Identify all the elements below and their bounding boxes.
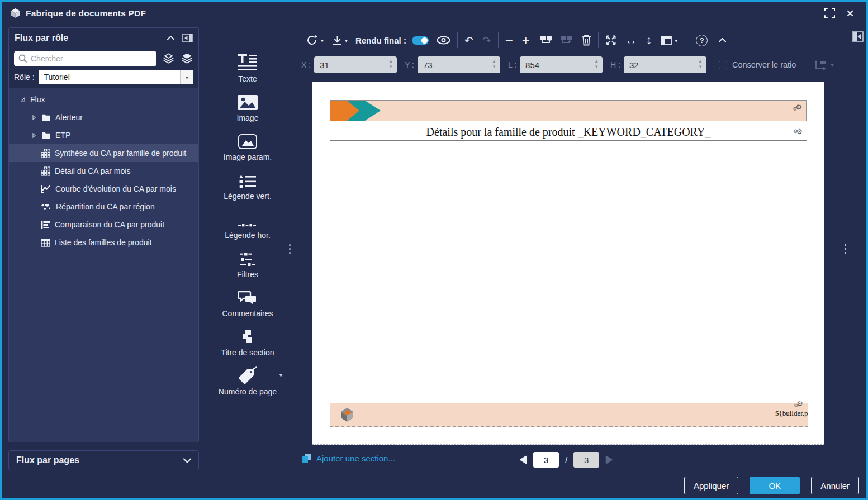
legend-vertical-icon <box>239 175 256 188</box>
tool-titre-de-section[interactable]: Titre de section <box>203 318 292 357</box>
page-header-band[interactable]: ⚙⚙ <box>330 100 807 121</box>
undo-icon[interactable]: ↶ <box>464 34 473 47</box>
splitter-handle[interactable] <box>289 244 291 254</box>
role-select[interactable]: Tutoriel ▾ <box>39 70 193 84</box>
apply-button[interactable]: Appliquer <box>684 477 738 494</box>
tool-image[interactable]: Image <box>203 83 292 122</box>
page-title-band[interactable]: Détails pour la famille de produit _KEYW… <box>330 123 807 141</box>
tree-folder-etp[interactable]: ETP <box>9 126 198 144</box>
tree-node-label: Courbe d'évolution du CA par mois <box>55 184 176 193</box>
tool-texte[interactable]: Texte <box>203 44 292 83</box>
tool-filtres[interactable]: Filtres <box>203 240 292 279</box>
x-spinner[interactable]: ▲▼ <box>388 59 393 69</box>
tool-numero-de-page[interactable]: ▾ Numéro de page <box>203 357 292 396</box>
flux-par-role-panel: Flux par rôle Rôle : <box>8 27 199 442</box>
app-logo-cube-icon <box>10 8 21 18</box>
document-page[interactable]: ⚙⚙ Détails pour la famille de produit _K… <box>312 82 824 445</box>
preview-eye-icon[interactable] <box>437 36 450 45</box>
tool-label: Légende hor. <box>225 231 271 240</box>
table-icon <box>41 239 50 247</box>
move-element-icon[interactable] <box>814 60 828 70</box>
columns-dropdown-caret[interactable]: ▾ <box>675 37 677 44</box>
current-page-input[interactable] <box>533 452 559 468</box>
collapsed-caret-icon[interactable] <box>31 115 37 120</box>
collapse-chevron-up-icon[interactable] <box>167 36 174 40</box>
search-input[interactable] <box>14 51 156 66</box>
collapse-all-icon[interactable] <box>162 53 175 64</box>
page-footer-band[interactable]: ${builder.pa ⚙⚙ <box>330 403 808 427</box>
close-button[interactable]: × <box>842 6 858 21</box>
x-input[interactable] <box>314 56 397 73</box>
download-dropdown-caret[interactable]: ▾ <box>345 37 348 44</box>
previous-page-arrow-icon[interactable] <box>519 455 527 464</box>
chevron-down-icon[interactable]: ▾ <box>279 372 282 378</box>
trash-icon[interactable] <box>581 35 591 46</box>
refresh-dropdown-caret[interactable]: ▾ <box>321 37 324 44</box>
rendu-final-toggle[interactable] <box>412 36 429 45</box>
tool-legende-hor[interactable]: Légende hor. <box>203 201 292 240</box>
folder-icon <box>41 113 51 121</box>
fullscreen-button[interactable] <box>822 6 837 21</box>
page-body-area[interactable] <box>330 145 807 397</box>
width-spinner[interactable]: ▲▼ <box>594 59 599 69</box>
window-title: Fabrique de documents PDF <box>26 8 146 18</box>
expand-panel-right-icon[interactable] <box>852 31 864 42</box>
zoom-out-icon[interactable]: − <box>505 32 513 48</box>
ok-button[interactable]: OK <box>750 477 800 494</box>
fit-width-icon[interactable]: ↔ <box>625 34 637 47</box>
send-to-back-icon[interactable] <box>560 35 572 45</box>
tree-item-courbe-evolution[interactable]: Courbe d'évolution du CA par mois <box>9 180 198 198</box>
zoom-in-icon[interactable]: + <box>522 32 530 48</box>
element-settings-gear-icon[interactable]: ⚙⚙ <box>796 125 803 136</box>
cancel-button[interactable]: Annuler <box>811 477 859 494</box>
next-page-arrow-icon[interactable] <box>605 455 613 464</box>
role-label: Rôle : <box>14 73 35 82</box>
tree-item-comparaison-produit[interactable]: Comparaison du CA par produit <box>9 216 198 234</box>
tree-item-synthese-ca[interactable]: Synthèse du CA par famille de produit <box>9 144 198 162</box>
tree-item-detail-ca-mois[interactable]: Détail du CA par mois <box>9 162 198 180</box>
tree-item-liste-familles[interactable]: Liste des familles de produit <box>9 234 198 251</box>
fit-to-page-icon[interactable] <box>605 35 616 46</box>
height-spinner[interactable]: ▲▼ <box>698 59 703 69</box>
help-icon[interactable]: ? <box>696 35 708 46</box>
total-pages-value: 3 <box>573 452 599 468</box>
expand-all-icon[interactable] <box>181 53 193 64</box>
height-input[interactable] <box>624 56 706 73</box>
add-section-link[interactable]: Ajouter une section... <box>302 454 395 463</box>
tree-node-label: Alerteur <box>55 113 83 122</box>
splitter-handle[interactable] <box>845 244 846 254</box>
rendu-final-label: Rendu final : <box>355 36 406 45</box>
download-icon[interactable] <box>333 35 342 46</box>
y-spinner[interactable]: ▲▼ <box>492 59 496 69</box>
fit-height-icon[interactable]: ↕ <box>646 34 652 47</box>
width-input[interactable] <box>520 56 603 73</box>
collapse-panel-left-icon[interactable] <box>182 34 193 42</box>
height-label: H : <box>610 60 620 69</box>
tool-legende-vert[interactable]: Légende vert. <box>203 161 292 201</box>
keep-ratio-checkbox[interactable] <box>719 61 727 69</box>
pivot-grid-icon <box>41 149 50 158</box>
role-value: Tutoriel <box>39 73 180 82</box>
tree-item-repartition-region[interactable]: Répartition du CA par région <box>9 198 198 216</box>
tree-node-label: Répartition du CA par région <box>56 202 155 211</box>
tool-image-param[interactable]: Image param. <box>203 122 292 161</box>
editor-toolbar: ▾ ▾ Rendu final : ↶ ↷ − + ↔ ↕ <box>297 27 843 53</box>
redo-icon[interactable]: ↷ <box>482 34 491 47</box>
tree-folder-alerteur[interactable]: Alerteur <box>9 108 198 126</box>
bring-to-front-icon[interactable] <box>540 35 552 45</box>
refresh-icon[interactable] <box>306 34 318 46</box>
expanded-caret-icon[interactable] <box>20 97 26 102</box>
move-dropdown-caret[interactable]: ▾ <box>831 62 833 68</box>
collapsed-caret-icon[interactable] <box>31 133 37 138</box>
tool-commentaires[interactable]: Commentaires <box>203 279 292 318</box>
tool-label: Titre de section <box>221 348 274 357</box>
collapse-toolbar-chevron-icon[interactable] <box>719 38 726 42</box>
columns-layout-icon[interactable] <box>661 36 672 45</box>
tree-node-label: Liste des familles de produit <box>55 238 152 247</box>
flux-par-pages-panel[interactable]: Flux par pages <box>8 450 199 470</box>
tree-root-flux[interactable]: Flux <box>9 91 198 108</box>
element-settings-gear-icon[interactable]: ⚙⚙ <box>796 399 803 408</box>
element-settings-gear-icon[interactable]: ⚙⚙ <box>795 102 802 111</box>
y-input[interactable] <box>418 56 500 73</box>
page-number-field[interactable]: ${builder.pa <box>774 407 808 427</box>
